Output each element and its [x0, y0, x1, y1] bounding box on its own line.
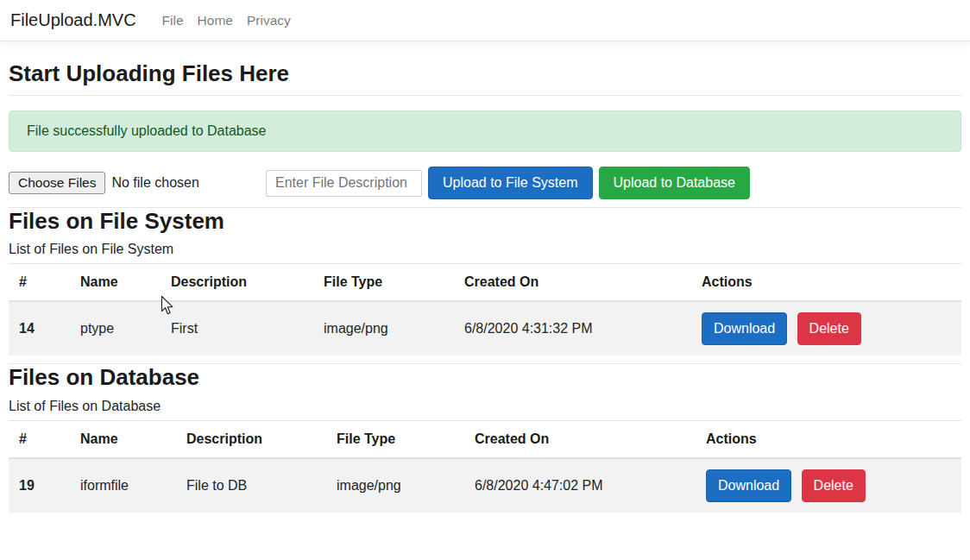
cell-file-type: image/png [326, 458, 464, 513]
upload-to-database-button[interactable]: Upload to Database [599, 167, 750, 199]
file-system-subtitle: List of Files on File System [9, 242, 961, 257]
col-header-file-type: File Type [326, 420, 464, 458]
upload-form: Choose Files No file chosen Upload to Fi… [9, 167, 961, 199]
nav-item-home[interactable]: Home [191, 13, 240, 28]
col-header-index: # [9, 264, 70, 302]
alert-message: File successfully uploaded to Database [27, 123, 267, 138]
page-title: Start Uploading Files Here [9, 60, 961, 87]
database-table: # Name Description File Type Created On … [9, 420, 961, 513]
col-header-actions: Actions [691, 264, 961, 302]
nav-item-file[interactable]: File [155, 13, 191, 28]
col-header-description: Description [161, 264, 313, 302]
upload-success-alert: File successfully uploaded to Database [9, 110, 961, 152]
cell-name: ptype [70, 301, 161, 356]
cell-id: 14 [9, 301, 70, 356]
top-navbar: FileUpload.MVC File Home Privacy [0, 0, 970, 41]
cell-description: File to DB [176, 458, 326, 513]
col-header-index: # [9, 420, 70, 458]
table-row: 19 iformfile File to DB image/png 6/8/20… [9, 458, 961, 513]
brand-link[interactable]: FileUpload.MVC [10, 10, 136, 30]
main-content: Start Uploading Files Here File successf… [0, 60, 970, 513]
choose-files-button[interactable]: Choose Files [9, 172, 105, 194]
divider [9, 95, 961, 96]
cell-actions: Download Delete [691, 301, 961, 356]
download-button[interactable]: Download [702, 312, 787, 345]
file-system-section: Files on File System List of Files on Fi… [9, 208, 961, 356]
delete-button[interactable]: Delete [797, 312, 861, 345]
database-title: Files on Database [9, 364, 961, 391]
col-header-file-type: File Type [313, 264, 454, 302]
col-header-actions: Actions [696, 420, 961, 458]
cell-id: 19 [9, 458, 70, 513]
cell-actions: Download Delete [696, 458, 961, 513]
col-header-created-on: Created On [454, 264, 691, 302]
file-system-table: # Name Description File Type Created On … [9, 263, 961, 356]
cell-name: iformfile [70, 458, 176, 513]
cell-file-type: image/png [313, 301, 454, 356]
database-subtitle: List of Files on Database [9, 399, 961, 414]
download-button[interactable]: Download [706, 469, 791, 502]
nav-item-privacy[interactable]: Privacy [240, 13, 298, 28]
table-row: 14 ptype First image/png 6/8/2020 4:31:3… [9, 301, 961, 356]
col-header-name: Name [70, 420, 176, 458]
cell-created-on: 6/8/2020 4:31:32 PM [454, 301, 691, 356]
file-chosen-status: No file chosen [111, 175, 198, 191]
delete-button[interactable]: Delete [802, 469, 866, 502]
table-header-row: # Name Description File Type Created On … [9, 264, 961, 302]
cell-description: First [161, 301, 313, 356]
cell-created-on: 6/8/2020 4:47:02 PM [464, 458, 696, 513]
col-header-created-on: Created On [464, 420, 696, 458]
database-section: Files on Database List of Files on Datab… [9, 364, 961, 512]
file-description-input[interactable] [266, 170, 422, 197]
file-input[interactable]: Choose Files No file chosen [9, 172, 266, 194]
upload-to-file-system-button[interactable]: Upload to File System [428, 167, 593, 199]
file-system-title: Files on File System [9, 208, 961, 235]
col-header-name: Name [70, 264, 161, 302]
col-header-description: Description [176, 420, 326, 458]
table-header-row: # Name Description File Type Created On … [9, 420, 961, 458]
